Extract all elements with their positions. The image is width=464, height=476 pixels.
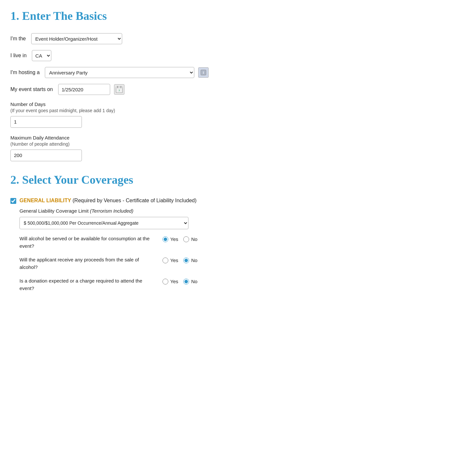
role-label: I'm the (10, 35, 26, 42)
question-2-text: Will the applicant receive any proceeds … (19, 256, 156, 271)
question-3-no[interactable]: No (183, 278, 197, 285)
event-type-select[interactable]: Anniversary PartyBirthday PartyWeddingCo… (45, 67, 194, 78)
calendar-icon: 7 (116, 86, 123, 93)
svg-rect-4 (116, 88, 122, 88)
event-start-row: My event starts on 7 (10, 84, 454, 95)
days-label: Number of Days (If your event goes past … (10, 101, 454, 114)
event-start-input[interactable] (58, 84, 110, 95)
section2-title: 2. Select Your Coverages (10, 172, 454, 188)
general-liability-checkbox[interactable] (10, 198, 16, 204)
question-3-yes[interactable]: Yes (162, 278, 178, 285)
svg-text:7: 7 (118, 89, 120, 92)
coverage-limit-label: General Liability Coverage Limit (Terror… (10, 207, 454, 214)
state-row: I live in CAALAKAZARCOCTDEFLGAHIIDILINIA… (10, 50, 454, 61)
questions-section: Will alcohol be served or be available f… (10, 235, 454, 292)
attendance-label: Maximum Daily Attendance (Number of peop… (10, 134, 454, 148)
question-2-no[interactable]: No (183, 257, 197, 264)
question-3-no-radio[interactable] (183, 279, 189, 284)
general-liability-highlight: GENERAL LIABILITY (19, 198, 71, 203)
section1-title: 1. Enter The Basics (10, 8, 454, 24)
general-liability-row: GENERAL LIABILITY (Required by Venues - … (10, 197, 454, 204)
question-3-yes-radio[interactable] (162, 279, 168, 284)
question-row-1: Will alcohol be served or be available f… (19, 235, 454, 250)
question-1-no-radio[interactable] (183, 236, 189, 242)
question-2-yes-radio[interactable] (162, 258, 168, 263)
state-label: I live in (10, 52, 27, 59)
question-1-yes[interactable]: Yes (162, 236, 178, 243)
question-3-text: Is a donation expected or a charge requi… (19, 277, 156, 292)
event-info-button[interactable]: i (198, 67, 209, 78)
attendance-input[interactable] (10, 150, 82, 161)
question-1-radio-group: Yes No (162, 235, 198, 243)
question-3-radio-group: Yes No (162, 277, 198, 285)
event-start-label: My event starts on (10, 86, 53, 93)
role-row: I'm the Event Holder/Organizer/HostVenue… (10, 33, 454, 44)
days-field: Number of Days (If your event goes past … (10, 101, 454, 128)
question-1-text: Will alcohol be served or be available f… (19, 235, 156, 250)
question-2-no-radio[interactable] (183, 258, 189, 263)
coverage-limit-select[interactable]: $ 500,000/$1,000,000 Per Occurrence/Annu… (19, 217, 188, 229)
event-label: I'm hosting a (10, 69, 40, 76)
question-row-3: Is a donation expected or a charge requi… (19, 277, 454, 292)
info-icon: i (200, 70, 206, 75)
section2: 2. Select Your Coverages GENERAL LIABILI… (10, 172, 454, 292)
svg-text:i: i (203, 71, 204, 74)
role-select[interactable]: Event Holder/Organizer/HostVenue OwnerOt… (31, 33, 122, 44)
coverage-limit-select-row: $ 500,000/$1,000,000 Per Occurrence/Annu… (10, 217, 454, 229)
attendance-field: Maximum Daily Attendance (Number of peop… (10, 134, 454, 161)
state-select[interactable]: CAALAKAZARCOCTDEFLGAHIIDILINIAKSKYLAMEMD… (32, 50, 51, 61)
question-2-radio-group: Yes No (162, 256, 198, 264)
question-1-yes-radio[interactable] (162, 236, 168, 242)
general-liability-label: GENERAL LIABILITY (Required by Venues - … (19, 197, 197, 204)
event-row: I'm hosting a Anniversary PartyBirthday … (10, 67, 454, 78)
question-2-yes[interactable]: Yes (162, 257, 178, 264)
question-row-2: Will the applicant receive any proceeds … (19, 256, 454, 271)
days-input[interactable] (10, 116, 82, 128)
question-1-no[interactable]: No (183, 236, 197, 243)
calendar-button[interactable]: 7 (114, 84, 124, 95)
